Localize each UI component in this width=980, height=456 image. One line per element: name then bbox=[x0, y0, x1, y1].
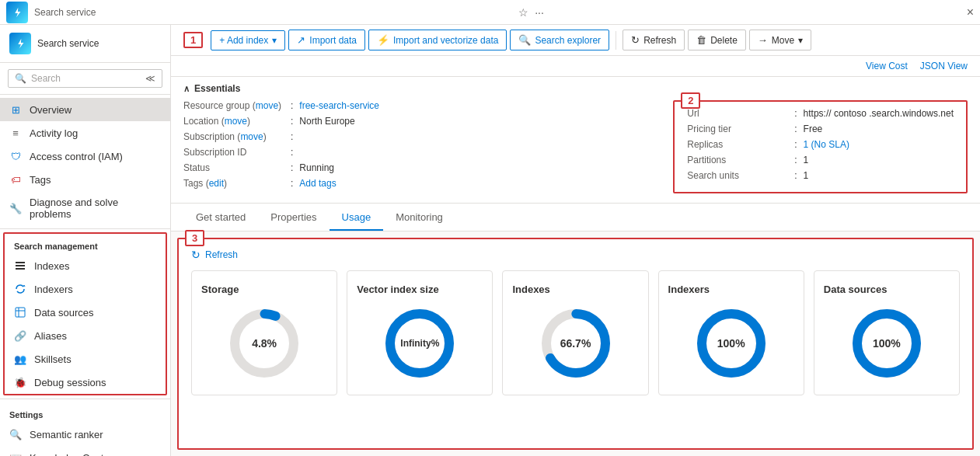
json-view-link[interactable]: JSON View bbox=[920, 61, 968, 71]
ellipsis-icon[interactable]: ··· bbox=[535, 6, 544, 19]
essentials-section: ∧ Essentials Resource group (move) : fre… bbox=[171, 77, 980, 204]
sidebar-item-semantic-ranker[interactable]: 🔍 Semantic ranker bbox=[0, 423, 170, 446]
move-button[interactable]: → Move ▾ bbox=[749, 30, 811, 50]
essentials-status-value: Running bbox=[299, 162, 334, 173]
sidebar-label-knowledge: Knowledge Center bbox=[30, 452, 113, 457]
vector-title: Vector index size bbox=[357, 284, 439, 295]
tab-get-started[interactable]: Get started bbox=[183, 204, 258, 231]
essentials-pricing-label: Pricing tier bbox=[687, 124, 788, 134]
delete-icon: 🗑 bbox=[696, 34, 706, 46]
vector-donut: Infinity% bbox=[381, 305, 459, 382]
tab-monitoring[interactable]: Monitoring bbox=[383, 204, 455, 231]
edit-link-tags[interactable]: edit bbox=[209, 178, 224, 189]
storage-value: 4.8% bbox=[252, 337, 277, 350]
add-tags-link[interactable]: Add tags bbox=[299, 178, 336, 189]
star-icon[interactable]: ☆ bbox=[518, 6, 528, 19]
essentials-partitions-label: Partitions bbox=[687, 155, 788, 165]
search-placeholder: Search bbox=[31, 73, 61, 84]
sidebar-app-title: Search service bbox=[37, 38, 99, 49]
sidebar-label-tags: Tags bbox=[30, 174, 51, 186]
bars-icon bbox=[14, 259, 26, 272]
essentials-sub-label: Subscription (move) bbox=[183, 131, 284, 142]
indexers-donut: 100% bbox=[692, 305, 770, 382]
sidebar-collapse-icon[interactable]: ≪ bbox=[145, 73, 155, 84]
search-explorer-icon: 🔍 bbox=[518, 34, 531, 46]
add-index-label: + Add index bbox=[219, 35, 268, 46]
sidebar-label-overview: Overview bbox=[30, 104, 71, 116]
replicas-link[interactable]: 1 (No SLA) bbox=[804, 139, 849, 150]
sidebar-item-debug-sessions[interactable]: 🐞 Debug sessions bbox=[5, 371, 166, 394]
sidebar-item-indexers[interactable]: Indexers bbox=[5, 277, 166, 301]
essentials-col-2: 2 Url : https:// contoso .search.windows… bbox=[673, 100, 968, 193]
essentials-row-status: Status : Running bbox=[183, 162, 661, 173]
view-cost-link[interactable]: View Cost bbox=[866, 61, 908, 71]
svg-rect-2 bbox=[16, 268, 25, 270]
settings-header: Settings bbox=[0, 402, 170, 423]
essentials-chevron-icon: ∧ bbox=[183, 84, 190, 94]
vector-value: Infinity% bbox=[400, 338, 439, 349]
data-sources-donut: 100% bbox=[848, 305, 926, 382]
sidebar-item-access-control[interactable]: 🛡 Access control (IAM) bbox=[0, 144, 170, 168]
sidebar-item-activity-log[interactable]: ≡ Activity log bbox=[0, 121, 170, 144]
move-link-rg[interactable]: move bbox=[256, 100, 278, 111]
essentials-loc-value: North Europe bbox=[299, 116, 354, 127]
usage-card-storage: Storage 4.8% bbox=[191, 270, 337, 395]
sidebar-item-tags[interactable]: 🏷 Tags bbox=[0, 168, 170, 191]
sidebar-item-indexes[interactable]: Indexes bbox=[5, 254, 166, 277]
move-link-sub[interactable]: move bbox=[240, 131, 263, 142]
delete-button[interactable]: 🗑 Delete bbox=[688, 30, 746, 50]
svg-rect-1 bbox=[16, 265, 25, 266]
people-icon: 👥 bbox=[14, 353, 26, 365]
close-button[interactable]: × bbox=[967, 5, 974, 19]
add-index-button[interactable]: + Add index ▾ bbox=[211, 30, 285, 50]
sidebar-item-data-sources[interactable]: Data sources bbox=[5, 301, 166, 324]
essentials-row-url: Url : https:// contoso .search.windows.n… bbox=[687, 108, 954, 119]
essentials-row-subid: Subscription ID : bbox=[183, 147, 661, 158]
refresh-button[interactable]: ↻ Refresh bbox=[623, 30, 685, 50]
essentials-loc-label: Location (move) bbox=[183, 116, 284, 127]
usage-card-indexers: Indexers 100% bbox=[658, 270, 804, 395]
move-link-loc[interactable]: move bbox=[225, 116, 247, 127]
sidebar-divider-2 bbox=[0, 399, 170, 399]
usage-refresh-button[interactable]: ↻ Refresh bbox=[191, 249, 960, 261]
vectorize-icon: ⚡ bbox=[377, 34, 389, 46]
sidebar-label-activity: Activity log bbox=[30, 127, 78, 139]
usage-card-vector: Vector index size Infinity% bbox=[347, 270, 493, 395]
import-vectorize-button[interactable]: ⚡ Import and vectorize data bbox=[368, 30, 507, 50]
indexes-value: 66.7% bbox=[560, 337, 591, 350]
badge-3: 3 bbox=[185, 230, 204, 246]
sidebar-label-access: Access control (IAM) bbox=[30, 151, 123, 162]
tab-usage[interactable]: Usage bbox=[330, 204, 384, 231]
sidebar-item-diagnose[interactable]: 🔧 Diagnose and solve problems bbox=[0, 191, 170, 225]
essentials-su-label: Search units bbox=[687, 170, 788, 181]
wrench-icon: 🔧 bbox=[9, 202, 22, 214]
essentials-header: ∧ Essentials bbox=[183, 83, 968, 94]
import-data-button[interactable]: ↗ Import data bbox=[288, 30, 365, 50]
sidebar: Search service 🔍 Search ≪ ⊞ Overview ≡ A… bbox=[0, 25, 171, 456]
azure-logo bbox=[6, 2, 28, 23]
essentials-status-label: Status bbox=[183, 162, 284, 173]
move-caret: ▾ bbox=[798, 35, 803, 46]
tab-properties[interactable]: Properties bbox=[258, 204, 329, 231]
essentials-su-value: 1 bbox=[804, 170, 809, 181]
sidebar-search-box[interactable]: 🔍 Search ≪ bbox=[0, 63, 170, 95]
essentials-col-1: Resource group (move) : free-search-serv… bbox=[183, 100, 661, 193]
sidebar-item-overview[interactable]: ⊞ Overview bbox=[0, 98, 170, 121]
import-data-label: Import data bbox=[309, 35, 357, 46]
import-icon: ↗ bbox=[297, 34, 305, 46]
refresh-icon: ↻ bbox=[631, 34, 640, 46]
move-label: Move bbox=[772, 35, 794, 46]
sidebar-item-skillsets[interactable]: 👥 Skillsets bbox=[5, 347, 166, 371]
essentials-url-value: https:// contoso .search.windows.net bbox=[804, 108, 954, 119]
sidebar-label-debug: Debug sessions bbox=[34, 377, 106, 388]
grid-icon: ⊞ bbox=[9, 103, 22, 116]
usage-cards: Storage 4.8% Vector index size bbox=[191, 270, 960, 395]
search-explorer-button[interactable]: 🔍 Search explorer bbox=[510, 30, 609, 50]
main-content: 1 + Add index ▾ ↗ Import data ⚡ Import a… bbox=[171, 25, 980, 456]
move-icon: → bbox=[758, 34, 768, 46]
sidebar-item-knowledge-center[interactable]: 📖 Knowledge Center bbox=[0, 446, 170, 456]
sidebar-item-aliases[interactable]: 🔗 Aliases bbox=[5, 324, 166, 347]
badge-1: 1 bbox=[183, 32, 203, 48]
rg-value-link[interactable]: free-search-service bbox=[299, 100, 379, 111]
sidebar-label-indexes: Indexes bbox=[34, 260, 70, 272]
